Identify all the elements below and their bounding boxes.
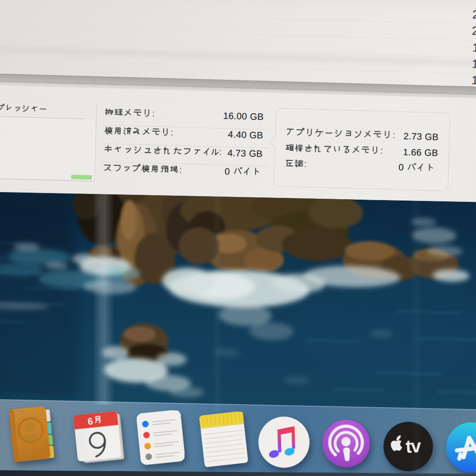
svg-text::: : xyxy=(380,145,383,155)
svg-text::: : xyxy=(304,159,307,168)
svg-text:6: 6 xyxy=(87,416,94,427)
svg-text::: : xyxy=(219,147,222,157)
svg-text::: : xyxy=(152,108,155,118)
svg-text::: : xyxy=(179,165,182,175)
svg-text::: : xyxy=(393,130,395,140)
svg-text::: : xyxy=(171,127,173,137)
